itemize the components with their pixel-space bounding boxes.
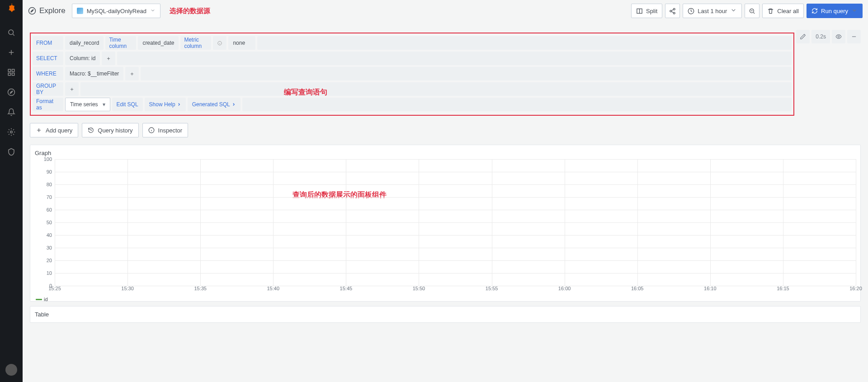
x-tick-label: 15:25: [48, 286, 61, 291]
time-range-picker[interactable]: Last 1 hour: [683, 4, 742, 18]
svg-point-0: [9, 30, 14, 35]
user-avatar[interactable]: [5, 364, 17, 376]
query-time-column-label[interactable]: Time column: [105, 36, 136, 50]
y-tick-label: 70: [47, 194, 52, 200]
split-button[interactable]: Split: [631, 4, 662, 18]
query-exec-time: 0.2s: [811, 30, 830, 43]
datasource-icon: [77, 8, 83, 14]
table-panel: Table: [30, 306, 861, 323]
annotation-query: 编写查询语句: [284, 88, 327, 97]
chart-grid: [55, 159, 856, 286]
clear-all-button[interactable]: Clear all: [762, 4, 804, 18]
left-sidebar: [0, 0, 23, 382]
query-groupby-add[interactable]: ＋: [65, 82, 79, 96]
query-where-macro[interactable]: Macro: $__timeFilter: [65, 67, 123, 80]
x-tick-label: 16:05: [631, 286, 644, 291]
page-title: Explore: [39, 6, 66, 15]
annotation-datasource: 选择的数据源: [170, 7, 210, 15]
x-axis: 15:2515:3015:3515:4015:4515:5015:5516:00…: [55, 286, 856, 292]
x-tick-label: 16:20: [849, 286, 862, 291]
inspector-button[interactable]: Inspector: [142, 123, 188, 137]
graph-chart[interactable]: 0102030405060708090100 15:2515:3015:3515…: [35, 159, 856, 299]
svg-point-15: [838, 36, 840, 38]
configuration-icon[interactable]: [2, 123, 20, 141]
svg-point-6: [10, 131, 13, 133]
query-format-select[interactable]: Time series ▾: [65, 98, 110, 111]
y-tick-label: 80: [47, 182, 52, 187]
svg-rect-4: [12, 73, 14, 75]
explore-compass-icon: [28, 7, 36, 15]
query-toggle-visibility[interactable]: [832, 30, 845, 43]
query-generated-sql[interactable]: Generated SQL: [188, 98, 241, 111]
query-select-add[interactable]: ＋: [102, 52, 115, 65]
x-tick-label: 16:10: [704, 286, 717, 291]
query-spacer: [141, 67, 792, 80]
query-where-label: WHERE: [33, 67, 63, 80]
query-history-button[interactable]: Query history: [82, 123, 138, 137]
add-query-button[interactable]: Add query: [30, 123, 78, 137]
x-tick-label: 15:35: [194, 286, 207, 291]
y-tick-label: 20: [47, 258, 52, 263]
query-spacer: [242, 98, 792, 111]
query-spacer: [257, 36, 792, 50]
svg-point-9: [674, 8, 675, 10]
search-icon[interactable]: [2, 24, 20, 42]
query-spacer: [80, 82, 792, 96]
dashboards-icon[interactable]: [2, 63, 20, 81]
x-tick-label: 15:50: [413, 286, 425, 291]
chevron-down-icon: [150, 8, 156, 14]
query-spacer: [117, 52, 792, 65]
query-select-label: SELECT: [33, 52, 63, 65]
query-groupby-label: GROUP BY: [33, 82, 63, 96]
y-tick-label: 40: [47, 232, 52, 238]
graph-panel-title[interactable]: Graph: [35, 149, 856, 157]
plus-icon[interactable]: [2, 43, 20, 61]
datasource-name: MySQL-dailyOnlyRead: [87, 8, 146, 14]
svg-point-7: [29, 8, 36, 14]
caret-down-icon: ▾: [103, 101, 105, 108]
query-from-label: FROM: [33, 36, 63, 50]
y-tick-label: 60: [47, 207, 52, 212]
x-tick-label: 16:15: [777, 286, 789, 291]
query-metric-column-label[interactable]: Metric column: [180, 36, 211, 50]
y-tick-label: 10: [47, 270, 52, 276]
chevron-down-icon: [851, 7, 858, 15]
x-tick-label: 15:30: [121, 286, 134, 291]
query-time-column-value[interactable]: created_date: [138, 36, 179, 50]
grafana-logo-icon[interactable]: [5, 3, 18, 15]
svg-rect-2: [12, 69, 14, 71]
query-from-table[interactable]: daily_record: [65, 36, 104, 50]
chevron-down-icon: [730, 7, 737, 15]
server-admin-icon[interactable]: [2, 143, 20, 161]
explore-icon[interactable]: [2, 83, 20, 101]
x-tick-label: 15:45: [340, 286, 353, 291]
y-axis: 0102030405060708090100: [35, 159, 55, 286]
query-edit-mode-button[interactable]: [796, 30, 810, 43]
graph-legend[interactable]: id: [36, 297, 48, 302]
table-panel-title[interactable]: Table: [35, 310, 856, 319]
query-show-help[interactable]: Show Help: [145, 98, 186, 111]
share-button[interactable]: [665, 4, 680, 18]
svg-point-11: [674, 12, 675, 14]
svg-point-5: [8, 89, 15, 96]
svg-rect-3: [8, 73, 10, 75]
query-remove[interactable]: [847, 30, 861, 43]
x-tick-label: 16:00: [558, 286, 571, 291]
query-select-column[interactable]: Column: id: [65, 52, 100, 65]
query-where-add[interactable]: ＋: [125, 67, 139, 80]
query-format-label: Format as: [33, 98, 63, 111]
x-tick-label: 15:40: [267, 286, 280, 291]
run-query-button[interactable]: Run query: [807, 4, 863, 18]
alerting-icon[interactable]: [2, 103, 20, 121]
graph-panel: Graph 查询后的数据展示的面板组件 01020304050607080901…: [30, 145, 861, 302]
legend-color-swatch: [36, 299, 42, 300]
query-edit-sql[interactable]: Edit SQL: [112, 98, 143, 111]
svg-point-10: [670, 10, 672, 12]
zoom-out-button[interactable]: [745, 4, 760, 18]
datasource-picker[interactable]: MySQL-dailyOnlyRead: [72, 4, 160, 18]
legend-series-name: id: [44, 297, 48, 302]
info-icon[interactable]: [213, 36, 226, 50]
query-metric-column-value[interactable]: none: [228, 36, 255, 50]
y-tick-label: 100: [44, 156, 52, 162]
y-tick-label: 90: [47, 169, 52, 174]
